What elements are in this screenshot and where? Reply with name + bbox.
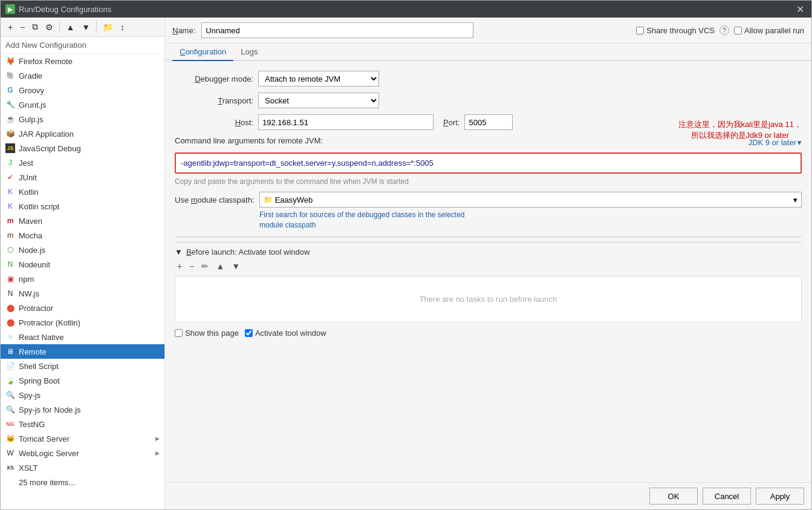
- module-classpath-row: Use module classpath: 📁 EaasyWeb ▾: [175, 192, 802, 208]
- sort-button[interactable]: ↕: [118, 21, 127, 33]
- sidebar-item-junit[interactable]: ✔ JUnit: [1, 170, 164, 185]
- parallel-run-checkbox[interactable]: [734, 27, 742, 34]
- remove-config-button[interactable]: −: [18, 21, 27, 33]
- sidebar-item-spyjsnodejs[interactable]: 🔍 Spy-js for Node.js: [1, 402, 164, 417]
- sidebar-item-label: JUnit: [19, 173, 37, 182]
- module-classpath-select[interactable]: 📁 EaasyWeb ▾: [259, 192, 802, 208]
- sidebar-item-kotlinscript[interactable]: K Kotlin script: [1, 199, 164, 214]
- help-icon[interactable]: ?: [719, 25, 729, 35]
- share-vcs-label[interactable]: Share through VCS: [636, 26, 715, 35]
- sidebar-item-label: 25 more items...: [19, 478, 75, 487]
- transport-select[interactable]: Socket: [258, 93, 379, 108]
- add-new-configuration[interactable]: Add New Configuration: [1, 37, 164, 54]
- sidebar-item-spyjs[interactable]: 🔍 Spy-js: [1, 388, 164, 402]
- tab-configuration[interactable]: Configuration: [172, 44, 233, 61]
- name-input[interactable]: [201, 22, 473, 38]
- sidebar-item-label: TestNG: [19, 420, 45, 429]
- module-classpath-label: Use module classpath:: [175, 195, 255, 204]
- debugger-mode-select[interactable]: Attach to remote JVM: [258, 71, 379, 87]
- sidebar-item-kotlin[interactable]: K Kotlin: [1, 185, 164, 199]
- jsdebug-icon: JS: [5, 143, 15, 153]
- close-button[interactable]: ✕: [794, 4, 807, 15]
- sidebar: + − ⧉ ⚙ ▲ ▼ 📁 ↕ Add New Configuration 🦊 …: [1, 18, 165, 509]
- sidebar-item-label: XSLT: [19, 463, 38, 472]
- sidebar-item-mocha[interactable]: m Mocha: [1, 228, 164, 243]
- module-chevron-icon: ▾: [793, 195, 797, 204]
- sidebar-item-weblogic[interactable]: W WebLogic Server: [1, 446, 164, 460]
- sidebar-item-jar[interactable]: 📦 JAR Application: [1, 126, 164, 141]
- activate-tool-window-text: Activate tool window: [255, 329, 326, 338]
- port-label: Port:: [443, 118, 460, 127]
- debugger-mode-label: Debugger mode:: [175, 74, 253, 83]
- sidebar-item-jsdebug[interactable]: JS JavaScript Debug: [1, 141, 164, 155]
- separator2: [96, 21, 97, 33]
- bl-down-button[interactable]: ▼: [229, 260, 242, 272]
- bl-edit-button[interactable]: ✏: [199, 260, 211, 272]
- bottom-bar: OK Cancel Apply: [165, 482, 811, 509]
- sidebar-item-xslt[interactable]: XS XSLT: [1, 460, 164, 475]
- groovy-icon: G: [5, 85, 15, 95]
- tomcat-icon: 🐱: [5, 434, 15, 443]
- sidebar-item-protractorkotlin[interactable]: ⬤ Protractor (Kotlin): [1, 315, 164, 330]
- tabs: Configuration Logs: [165, 44, 811, 61]
- parallel-run-label[interactable]: Allow parallel run: [734, 26, 804, 35]
- bl-add-button[interactable]: +: [175, 260, 184, 272]
- grunt-icon: 🔧: [5, 100, 15, 110]
- npm-icon: ▣: [5, 274, 15, 284]
- dialog-title: Run/Debug Configurations: [19, 5, 111, 14]
- activate-tool-window-label[interactable]: Activate tool window: [245, 329, 326, 338]
- sidebar-item-label: Spy-js for Node.js: [19, 405, 81, 414]
- sidebar-item-springboot[interactable]: 🍃 Spring Boot: [1, 373, 164, 388]
- sidebar-item-tomcat[interactable]: 🐱 Tomcat Server: [1, 431, 164, 446]
- add-config-button[interactable]: +: [5, 21, 15, 33]
- move-down-button[interactable]: ▼: [79, 21, 93, 33]
- reactnative-icon: ⚛: [5, 332, 15, 342]
- sidebar-item-nwjs[interactable]: N NW.js: [1, 286, 164, 301]
- sidebar-item-firefox-remote[interactable]: 🦊 Firefox Remote: [1, 54, 164, 68]
- sidebar-item-npm[interactable]: ▣ npm: [1, 272, 164, 286]
- copy-config-button[interactable]: ⧉: [30, 21, 41, 33]
- sidebar-item-protractor[interactable]: ⬤ Protractor: [1, 301, 164, 315]
- sidebar-item-remote[interactable]: 🖥 Remote: [1, 344, 164, 359]
- activate-tool-window-checkbox[interactable]: [245, 329, 253, 337]
- sidebar-item-label: Protractor: [19, 304, 53, 313]
- tab-logs[interactable]: Logs: [233, 44, 265, 61]
- before-launch-header[interactable]: ▼ Before launch: Activate tool window: [175, 243, 802, 260]
- cancel-button[interactable]: Cancel: [703, 488, 751, 505]
- sidebar-item-label: Tomcat Server: [19, 434, 70, 443]
- settings-button[interactable]: ⚙: [43, 21, 56, 33]
- sidebar-item-gulpjs[interactable]: ☕ Gulp.js: [1, 112, 164, 126]
- module-icon-label: 📁 EaasyWeb: [264, 195, 313, 204]
- show-page-label[interactable]: Show this page: [175, 329, 239, 338]
- sidebar-item-groovy[interactable]: G Groovy: [1, 83, 164, 97]
- sidebar-item-label: Jest: [19, 159, 33, 168]
- show-page-checkbox[interactable]: [175, 329, 183, 337]
- host-input[interactable]: [258, 114, 434, 130]
- ok-button[interactable]: OK: [649, 488, 698, 505]
- sidebar-item-testng[interactable]: NG TestNG: [1, 417, 164, 431]
- port-input[interactable]: [464, 114, 513, 130]
- move-up-button[interactable]: ▲: [63, 21, 77, 33]
- gulp-icon: ☕: [5, 114, 15, 124]
- command-line-box[interactable]: -agentlib:jdwp=transport=dt_socket,serve…: [175, 152, 802, 174]
- module-classpath-hint: First search for sources of the debugged…: [259, 210, 802, 230]
- sidebar-item-more[interactable]: 25 more items...: [1, 475, 164, 489]
- sidebar-item-nodeunit[interactable]: N Nodeunit: [1, 257, 164, 272]
- sidebar-item-jest[interactable]: J Jest: [1, 155, 164, 170]
- before-launch-empty-text: There are no tasks to run before launch: [420, 295, 557, 304]
- sidebar-item-gruntjs[interactable]: 🔧 Grunt.js: [1, 97, 164, 112]
- sidebar-item-nodejs[interactable]: ⬡ Node.js: [1, 243, 164, 257]
- app-icon: ▶: [5, 4, 15, 14]
- folder-button[interactable]: 📁: [100, 21, 115, 33]
- share-vcs-checkbox[interactable]: [636, 27, 644, 34]
- bl-up-button[interactable]: ▲: [213, 260, 227, 272]
- apply-button[interactable]: Apply: [756, 488, 804, 505]
- show-page-text: Show this page: [185, 329, 239, 338]
- right-panel: Name: Share through VCS ? Allow parallel…: [165, 18, 811, 509]
- cmd-hint: Copy and paste the arguments to the comm…: [175, 177, 802, 186]
- sidebar-item-shellscript[interactable]: 📄 Shell Script: [1, 359, 164, 373]
- sidebar-item-reactnative[interactable]: ⚛ React Native: [1, 330, 164, 344]
- sidebar-item-maven[interactable]: m Maven: [1, 214, 164, 228]
- bl-remove-button[interactable]: −: [187, 260, 197, 272]
- sidebar-item-gradle[interactable]: 🐘 Gradle: [1, 68, 164, 83]
